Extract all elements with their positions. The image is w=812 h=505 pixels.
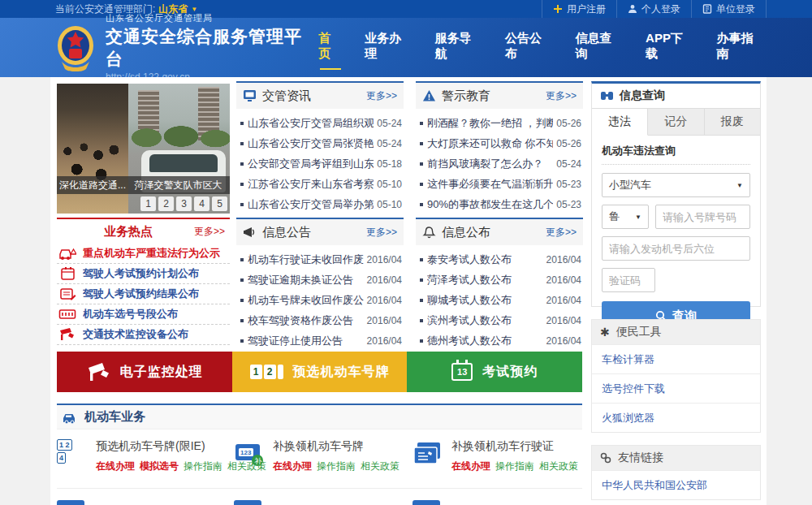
plate-select-icon: 1 24 xyxy=(57,439,88,468)
quick-action-banners: 电子监控处理 1 2 预选机动车号牌 13 考试预约 xyxy=(57,352,582,392)
nav-business[interactable]: 业务办理 xyxy=(365,26,413,70)
news-item[interactable]: 驾驶证停止使用公告2016/04 xyxy=(238,330,402,351)
news-item[interactable]: 校车驾驶资格作废公告2016/04 xyxy=(238,310,402,330)
carousel-pager: 1 2 3 4 5 xyxy=(140,196,227,211)
register-link[interactable]: 用户注册 xyxy=(542,0,616,18)
banner-exam-booking[interactable]: 13 考试预约 xyxy=(407,352,582,392)
news-item[interactable]: 机动车号牌未收回作废公告2016/04 xyxy=(238,290,402,310)
mock-select-link[interactable]: 模拟选号 xyxy=(140,460,179,473)
carousel-image-conference xyxy=(57,84,128,214)
news-item[interactable]: 机动车行驶证未收回作废公告2016/04 xyxy=(238,249,402,270)
service-title[interactable]: 补换领机动车号牌 xyxy=(273,439,400,454)
carousel-captions: 深化道路交通... 菏泽交警支队市区大 xyxy=(57,176,230,194)
section-title: 业务热点 xyxy=(104,224,153,240)
sidebar-query-panel: 信息查询 违法 记分 报废 机动车违法查询 小型汽车 ▼ 鲁 ▼ xyxy=(591,81,761,307)
news-item[interactable]: 滨州考试人数公布2016/04 xyxy=(417,310,581,330)
nav-help[interactable]: 办事指南 xyxy=(716,26,765,70)
pager-1[interactable]: 1 xyxy=(140,196,156,211)
nav-service-guide[interactable]: 服务导航 xyxy=(435,26,484,70)
engine-number-input[interactable] xyxy=(602,236,750,261)
section-title: 友情链接 xyxy=(618,451,663,465)
news-item[interactable]: 这件事必须要在气温渐渐升...05-23 xyxy=(417,174,581,194)
trees-shape xyxy=(128,123,230,150)
vehicle-type-select[interactable]: 小型汽车 ▼ xyxy=(602,173,750,197)
tool-firefox-browser[interactable]: 火狐浏览器 xyxy=(592,403,760,432)
news-item[interactable]: 刚酒醒？教你一绝招 ，判断...05-26 xyxy=(417,113,581,133)
more-link[interactable]: 更多>> xyxy=(366,226,397,240)
online-apply-link[interactable]: 在线办理 xyxy=(273,460,312,473)
news-item[interactable]: 江苏省公安厅来山东省考察...05-10 xyxy=(238,174,402,194)
sidebar-tools-panel: ✱ 便民工具 车检计算器 选号控件下载 火狐浏览器 xyxy=(591,319,761,433)
news-item[interactable]: 山东省公安厅交管局组织观...05-24 xyxy=(238,113,402,133)
vehicle-service-item: 123补 补换领机动车号牌 在线办理 操作指南 相关政策 xyxy=(234,439,400,473)
banner-plate-preselect[interactable]: 1 2 预选机动车号牌 xyxy=(232,352,408,392)
carousel-image-street xyxy=(128,84,230,214)
pager-3[interactable]: 3 xyxy=(176,196,192,211)
calendar-icon xyxy=(58,266,76,281)
news-item[interactable]: 大灯原来还可以救命 你不知...05-26 xyxy=(417,133,581,153)
news-item[interactable]: 公安部交管局考评组到山东...05-18 xyxy=(238,153,402,174)
link-ministry-public-security[interactable]: 中华人民共和国公安部 xyxy=(592,470,760,499)
banner-monitor-processing[interactable]: 电子监控处理 xyxy=(57,352,232,392)
vehicle-business-section: 机动车业务 1 24 预选机动车号牌(限IE) 在线办理 模拟选号 操作指南 相… xyxy=(57,404,582,505)
unit-login-link[interactable]: 单位登录 xyxy=(691,0,767,18)
news-item[interactable]: 菏泽考试人数公布2016/04 xyxy=(417,270,581,290)
topbar-links: 用户注册 个人登录 单位登录 xyxy=(542,0,767,18)
pager-4[interactable]: 4 xyxy=(194,196,209,211)
vehicle-service-row-2-partial xyxy=(57,489,582,505)
bell-icon xyxy=(422,226,436,239)
news-item[interactable]: 驾驶证逾期未换证公告2016/04 xyxy=(238,270,402,290)
nav-app-download[interactable]: APP下载 xyxy=(646,26,694,70)
more-link[interactable]: 更多>> xyxy=(546,89,577,103)
tab-points[interactable]: 记分 xyxy=(648,109,704,135)
service-title[interactable]: 补换领机动车行驶证 xyxy=(451,439,578,454)
section-title: 信息公布 xyxy=(442,225,490,240)
guide-link[interactable]: 操作指南 xyxy=(317,460,356,473)
tool-plate-control-download[interactable]: 选号控件下载 xyxy=(592,373,760,403)
news-item[interactable]: 90%的事故都发生在这几个...05-23 xyxy=(417,194,581,214)
nav-home[interactable]: 首页 xyxy=(318,26,343,70)
brand-text: 山东省公安厅交通管理局 交通安全综合服务管理平台 http://sd.122.g… xyxy=(106,12,318,83)
nav-announcements[interactable]: 公告公布 xyxy=(505,26,554,70)
tab-scrap[interactable]: 报废 xyxy=(705,109,760,135)
news-item[interactable]: 前挡风玻璃裂了怎么办？05-24 xyxy=(417,153,581,174)
megaphone-icon xyxy=(243,226,257,239)
province-select[interactable]: 鲁 ▼ xyxy=(602,205,649,229)
personal-login-link[interactable]: 个人登录 xyxy=(616,0,691,18)
policy-link[interactable]: 相关政策 xyxy=(361,460,400,473)
brand: 山东省公安厅交通管理局 交通安全综合服务管理平台 http://sd.122.g… xyxy=(54,12,318,83)
guide-link[interactable]: 操作指南 xyxy=(184,460,222,473)
news-carousel[interactable]: 深化道路交通... 菏泽交警支队市区大 1 2 3 4 5 xyxy=(57,84,230,214)
captcha-input[interactable] xyxy=(602,268,655,292)
vehicle-service-item: 补换领机动车行驶证 在线办理 操作指南 相关政策 xyxy=(412,439,578,473)
online-apply-link[interactable]: 在线办理 xyxy=(451,460,490,473)
nav-info-query[interactable]: 信息查询 xyxy=(576,26,624,70)
news-item[interactable]: 聊城考试人数公布2016/04 xyxy=(417,290,581,310)
personal-login-label: 个人登录 xyxy=(641,2,680,16)
more-link[interactable]: 更多>> xyxy=(194,225,225,239)
news-item[interactable]: 山东省公安厅交管局举办第...05-10 xyxy=(238,194,402,214)
hot-item[interactable]: 驾驶人考试预约结果公布 xyxy=(57,284,230,304)
chain-link-icon xyxy=(600,452,611,464)
hot-item[interactable]: 交通技术监控设备公布 xyxy=(57,325,230,345)
police-badge-logo xyxy=(54,24,97,71)
news-item[interactable]: 德州考试人数公布2016/04 xyxy=(417,330,581,351)
hot-item[interactable]: 重点机动车严重违法行为公示 xyxy=(57,244,230,264)
panel-warning-education: 警示教育 更多>> 刚酒醒？教你一绝招 ，判断...05-26 大灯原来还可以救… xyxy=(416,81,583,214)
guide-link[interactable]: 操作指南 xyxy=(495,460,534,473)
news-item[interactable]: 山东省公安厅交管局张贤艳...05-24 xyxy=(238,133,402,153)
tab-violation[interactable]: 违法 xyxy=(592,109,648,136)
more-link[interactable]: 更多>> xyxy=(546,226,577,240)
pager-5[interactable]: 5 xyxy=(212,196,227,211)
more-link[interactable]: 更多>> xyxy=(366,89,397,103)
plate-number-input[interactable] xyxy=(655,205,750,229)
cctv-camera-icon xyxy=(86,361,110,382)
news-item[interactable]: 泰安考试人数公布2016/04 xyxy=(417,249,581,270)
main-nav: 首页 业务办理 服务导航 公告公布 信息查询 APP下载 办事指南 xyxy=(318,26,765,70)
online-apply-link[interactable]: 在线办理 xyxy=(96,460,135,473)
tool-vehicle-check-calculator[interactable]: 车检计算器 xyxy=(592,344,760,373)
hot-item[interactable]: 机动车选号号段公布 xyxy=(57,304,230,325)
hot-item[interactable]: 驾驶人考试预约计划公布 xyxy=(57,264,230,284)
policy-link[interactable]: 相关政策 xyxy=(539,460,578,473)
pager-2[interactable]: 2 xyxy=(158,196,174,211)
